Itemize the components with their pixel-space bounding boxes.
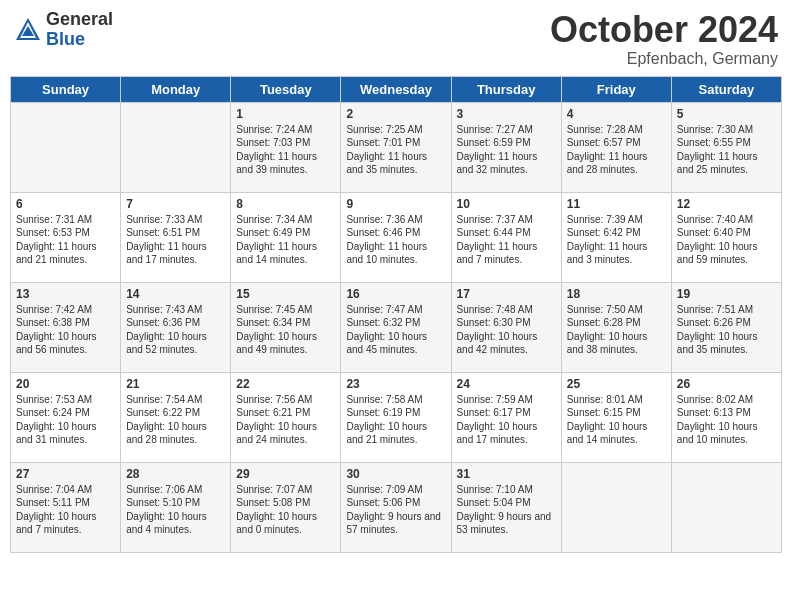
day-info: Sunrise: 7:34 AM Sunset: 6:49 PM Dayligh… (236, 213, 335, 267)
calendar-cell: 1Sunrise: 7:24 AM Sunset: 7:03 PM Daylig… (231, 102, 341, 192)
calendar-cell: 18Sunrise: 7:50 AM Sunset: 6:28 PM Dayli… (561, 282, 671, 372)
calendar-cell: 14Sunrise: 7:43 AM Sunset: 6:36 PM Dayli… (121, 282, 231, 372)
day-number: 25 (567, 377, 666, 391)
col-wednesday: Wednesday (341, 76, 451, 102)
calendar-cell: 30Sunrise: 7:09 AM Sunset: 5:06 PM Dayli… (341, 462, 451, 552)
day-number: 11 (567, 197, 666, 211)
day-info: Sunrise: 7:40 AM Sunset: 6:40 PM Dayligh… (677, 213, 776, 267)
day-number: 24 (457, 377, 556, 391)
calendar-cell (121, 102, 231, 192)
calendar-cell: 26Sunrise: 8:02 AM Sunset: 6:13 PM Dayli… (671, 372, 781, 462)
calendar-week-3: 13Sunrise: 7:42 AM Sunset: 6:38 PM Dayli… (11, 282, 782, 372)
day-info: Sunrise: 7:43 AM Sunset: 6:36 PM Dayligh… (126, 303, 225, 357)
calendar-cell: 17Sunrise: 7:48 AM Sunset: 6:30 PM Dayli… (451, 282, 561, 372)
day-info: Sunrise: 7:58 AM Sunset: 6:19 PM Dayligh… (346, 393, 445, 447)
day-info: Sunrise: 7:10 AM Sunset: 5:04 PM Dayligh… (457, 483, 556, 537)
calendar-cell: 28Sunrise: 7:06 AM Sunset: 5:10 PM Dayli… (121, 462, 231, 552)
calendar-cell: 27Sunrise: 7:04 AM Sunset: 5:11 PM Dayli… (11, 462, 121, 552)
day-info: Sunrise: 7:47 AM Sunset: 6:32 PM Dayligh… (346, 303, 445, 357)
col-monday: Monday (121, 76, 231, 102)
calendar-cell: 31Sunrise: 7:10 AM Sunset: 5:04 PM Dayli… (451, 462, 561, 552)
day-info: Sunrise: 7:30 AM Sunset: 6:55 PM Dayligh… (677, 123, 776, 177)
day-number: 20 (16, 377, 115, 391)
day-info: Sunrise: 7:28 AM Sunset: 6:57 PM Dayligh… (567, 123, 666, 177)
calendar-cell: 4Sunrise: 7:28 AM Sunset: 6:57 PM Daylig… (561, 102, 671, 192)
day-info: Sunrise: 7:59 AM Sunset: 6:17 PM Dayligh… (457, 393, 556, 447)
calendar-cell: 8Sunrise: 7:34 AM Sunset: 6:49 PM Daylig… (231, 192, 341, 282)
col-thursday: Thursday (451, 76, 561, 102)
day-info: Sunrise: 7:07 AM Sunset: 5:08 PM Dayligh… (236, 483, 335, 537)
calendar-cell: 22Sunrise: 7:56 AM Sunset: 6:21 PM Dayli… (231, 372, 341, 462)
day-info: Sunrise: 7:51 AM Sunset: 6:26 PM Dayligh… (677, 303, 776, 357)
day-info: Sunrise: 7:09 AM Sunset: 5:06 PM Dayligh… (346, 483, 445, 537)
day-number: 27 (16, 467, 115, 481)
calendar-cell: 12Sunrise: 7:40 AM Sunset: 6:40 PM Dayli… (671, 192, 781, 282)
day-info: Sunrise: 7:37 AM Sunset: 6:44 PM Dayligh… (457, 213, 556, 267)
day-number: 31 (457, 467, 556, 481)
location: Epfenbach, Germany (550, 50, 778, 68)
calendar-body: 1Sunrise: 7:24 AM Sunset: 7:03 PM Daylig… (11, 102, 782, 552)
col-friday: Friday (561, 76, 671, 102)
day-number: 14 (126, 287, 225, 301)
day-info: Sunrise: 7:53 AM Sunset: 6:24 PM Dayligh… (16, 393, 115, 447)
calendar-cell: 9Sunrise: 7:36 AM Sunset: 6:46 PM Daylig… (341, 192, 451, 282)
day-number: 7 (126, 197, 225, 211)
day-info: Sunrise: 7:56 AM Sunset: 6:21 PM Dayligh… (236, 393, 335, 447)
logo-icon (14, 16, 42, 44)
calendar-cell (671, 462, 781, 552)
calendar-cell: 6Sunrise: 7:31 AM Sunset: 6:53 PM Daylig… (11, 192, 121, 282)
month-title: October 2024 (550, 10, 778, 50)
title-block: October 2024 Epfenbach, Germany (550, 10, 778, 68)
day-info: Sunrise: 7:54 AM Sunset: 6:22 PM Dayligh… (126, 393, 225, 447)
day-info: Sunrise: 7:45 AM Sunset: 6:34 PM Dayligh… (236, 303, 335, 357)
day-info: Sunrise: 7:31 AM Sunset: 6:53 PM Dayligh… (16, 213, 115, 267)
day-info: Sunrise: 8:01 AM Sunset: 6:15 PM Dayligh… (567, 393, 666, 447)
day-number: 21 (126, 377, 225, 391)
day-info: Sunrise: 7:50 AM Sunset: 6:28 PM Dayligh… (567, 303, 666, 357)
calendar-cell: 19Sunrise: 7:51 AM Sunset: 6:26 PM Dayli… (671, 282, 781, 372)
logo-text: General Blue (46, 10, 113, 50)
day-number: 13 (16, 287, 115, 301)
days-of-week-row: Sunday Monday Tuesday Wednesday Thursday… (11, 76, 782, 102)
day-number: 4 (567, 107, 666, 121)
calendar-cell: 10Sunrise: 7:37 AM Sunset: 6:44 PM Dayli… (451, 192, 561, 282)
calendar-week-2: 6Sunrise: 7:31 AM Sunset: 6:53 PM Daylig… (11, 192, 782, 282)
day-number: 23 (346, 377, 445, 391)
day-info: Sunrise: 8:02 AM Sunset: 6:13 PM Dayligh… (677, 393, 776, 447)
day-number: 29 (236, 467, 335, 481)
day-info: Sunrise: 7:33 AM Sunset: 6:51 PM Dayligh… (126, 213, 225, 267)
day-info: Sunrise: 7:39 AM Sunset: 6:42 PM Dayligh… (567, 213, 666, 267)
day-number: 2 (346, 107, 445, 121)
day-info: Sunrise: 7:36 AM Sunset: 6:46 PM Dayligh… (346, 213, 445, 267)
col-sunday: Sunday (11, 76, 121, 102)
calendar-cell: 23Sunrise: 7:58 AM Sunset: 6:19 PM Dayli… (341, 372, 451, 462)
day-number: 18 (567, 287, 666, 301)
calendar-header: Sunday Monday Tuesday Wednesday Thursday… (11, 76, 782, 102)
calendar-cell: 15Sunrise: 7:45 AM Sunset: 6:34 PM Dayli… (231, 282, 341, 372)
calendar-cell: 24Sunrise: 7:59 AM Sunset: 6:17 PM Dayli… (451, 372, 561, 462)
col-saturday: Saturday (671, 76, 781, 102)
calendar-cell (11, 102, 121, 192)
day-info: Sunrise: 7:25 AM Sunset: 7:01 PM Dayligh… (346, 123, 445, 177)
calendar-cell: 21Sunrise: 7:54 AM Sunset: 6:22 PM Dayli… (121, 372, 231, 462)
day-number: 22 (236, 377, 335, 391)
day-number: 28 (126, 467, 225, 481)
day-number: 10 (457, 197, 556, 211)
calendar-cell: 5Sunrise: 7:30 AM Sunset: 6:55 PM Daylig… (671, 102, 781, 192)
day-number: 1 (236, 107, 335, 121)
day-number: 5 (677, 107, 776, 121)
logo-blue: Blue (46, 30, 113, 50)
calendar-cell: 29Sunrise: 7:07 AM Sunset: 5:08 PM Dayli… (231, 462, 341, 552)
day-number: 12 (677, 197, 776, 211)
day-info: Sunrise: 7:24 AM Sunset: 7:03 PM Dayligh… (236, 123, 335, 177)
day-number: 9 (346, 197, 445, 211)
day-number: 15 (236, 287, 335, 301)
day-info: Sunrise: 7:04 AM Sunset: 5:11 PM Dayligh… (16, 483, 115, 537)
calendar-cell (561, 462, 671, 552)
calendar-cell: 7Sunrise: 7:33 AM Sunset: 6:51 PM Daylig… (121, 192, 231, 282)
day-number: 3 (457, 107, 556, 121)
calendar-table: Sunday Monday Tuesday Wednesday Thursday… (10, 76, 782, 553)
day-number: 26 (677, 377, 776, 391)
calendar-cell: 16Sunrise: 7:47 AM Sunset: 6:32 PM Dayli… (341, 282, 451, 372)
logo-general: General (46, 10, 113, 30)
